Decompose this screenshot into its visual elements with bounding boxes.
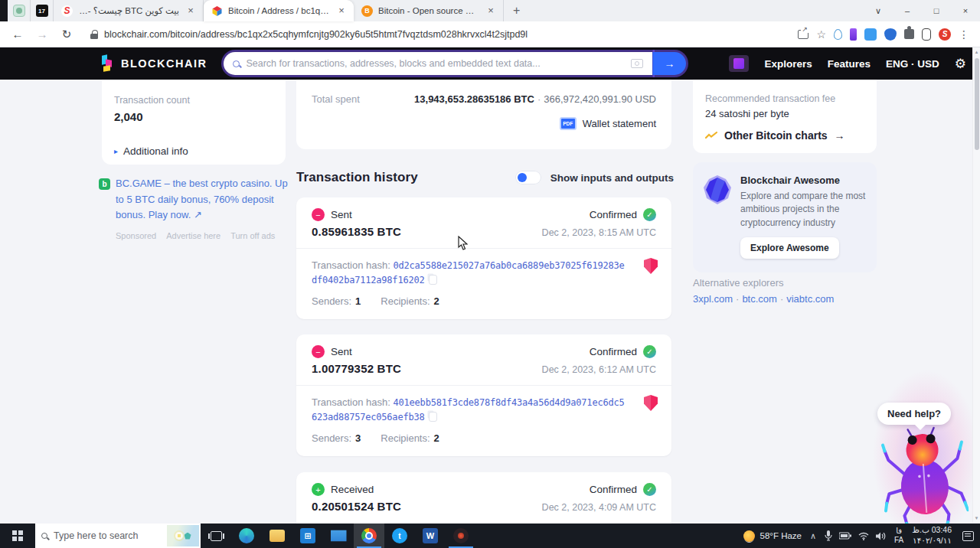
extension-frame-icon[interactable] [922,28,931,41]
battery-icon[interactable] [839,532,851,540]
extension-purple-icon[interactable] [850,28,857,41]
alt-link-viabtc[interactable]: viabtc.com [786,293,834,305]
back-button[interactable]: ← [8,28,28,41]
beetle-mascot[interactable] [878,422,969,524]
language-indicator[interactable]: فا FA [894,527,903,546]
new-tab-button[interactable]: + [504,4,529,18]
taskbar-twitter[interactable]: t [384,524,415,548]
ad-turnoff-link[interactable]: Turn off ads [230,230,275,243]
alt-link-3xpl[interactable]: 3xpl.com [693,293,733,305]
confirmed-check-icon: ✓ [643,208,656,221]
scroll-up-icon[interactable]: ▲ [973,50,980,54]
additional-info-toggle[interactable]: ▸ Additional info [114,145,188,157]
site-search-bar[interactable] [224,52,652,75]
dot-separator: · [780,293,783,305]
taskbar-media-app[interactable] [446,524,476,548]
tx-count-value: 2,040 [114,110,273,123]
browser-menu-icon[interactable]: ⋮ [959,28,969,41]
lock-icon[interactable] [90,30,98,39]
clock-date: ۱۴۰۲/۰۹/۱۱ [912,536,952,546]
tab-bitcoin-org[interactable]: B Bitcoin - Open source P2P mon × [354,0,504,21]
address-bar[interactable]: blockchair.com/bitcoin/address/bc1qx2x5c… [81,24,793,44]
other-charts-link[interactable]: Other Bitcoin charts → [705,129,864,142]
nav-features[interactable]: Features [828,58,871,70]
blockchair-awesome-card: Blockchair Awesome Explore and compare t… [693,162,877,272]
tab-close-icon[interactable]: × [485,5,497,17]
extension-shield-icon[interactable] [884,28,897,41]
browser-tab-strip: 17 S بیت کوین BTC چیست؟ - آینده بیت × Bi… [0,0,980,21]
camera-icon[interactable] [631,59,643,68]
scrollbar-thumb[interactable] [975,58,979,150]
tray-expand-icon[interactable]: ∧ [810,531,816,541]
wallet-statement-label: Wallet statement [583,118,656,129]
bookmark-star-icon[interactable]: ☆ [816,28,826,41]
pinned-tab-2[interactable]: 17 [31,0,54,21]
taskbar-mail[interactable] [323,524,354,548]
settings-gear-icon[interactable]: ⚙ [955,56,966,72]
need-help-bubble[interactable]: Need help? [877,403,951,425]
window-maximize-button[interactable]: □ [922,0,951,21]
reload-button[interactable]: ↻ [57,28,77,41]
wallet-statement-link[interactable]: PDF Wallet statement [312,117,656,130]
tx-count-label: Transaction count [114,95,273,106]
extension-drop-icon[interactable] [834,29,842,40]
blockchair-logo[interactable]: BLOCKCHAIR [102,55,207,72]
search-highlight-graphic[interactable] [167,525,199,546]
sent-icon: − [312,208,325,221]
url-text[interactable]: blockchair.com/bitcoin/address/bc1qx2x5c… [104,29,528,40]
taskbar-clock[interactable]: 03:46 ب.ظ ۱۴۰۲/۰۹/۱۱ [912,525,952,546]
window-close-button[interactable]: × [951,0,980,21]
task-view-button[interactable] [201,524,231,548]
extension-blue-icon[interactable] [864,28,877,41]
fee-label: Recommended transaction fee [705,93,864,104]
scroll-down-icon[interactable]: ▼ [973,516,980,520]
wifi-icon[interactable] [858,532,869,540]
value-separator: · [537,93,541,105]
tx-hash-label: Transaction hash: [312,259,390,271]
tab-close-icon[interactable]: × [185,5,197,17]
nft-gallery-icon[interactable] [729,55,749,72]
microphone-icon[interactable] [825,530,832,541]
nav-explorers[interactable]: Explorers [764,58,812,70]
extensions-puzzle-icon[interactable] [904,29,914,39]
copy-icon[interactable] [429,275,437,285]
extension-s-icon[interactable]: S [939,28,951,41]
dot-separator: · [736,293,739,305]
tab-search-chevron-icon[interactable]: ∨ [864,0,893,21]
share-icon[interactable] [798,30,808,39]
fee-value: 24 satoshi per byte [705,108,864,119]
taskbar-word[interactable]: W [415,524,446,548]
explore-awesome-button[interactable]: Explore Awesome [740,237,839,259]
mail-icon [331,528,347,544]
tab-close-icon[interactable]: × [335,5,348,17]
taskbar-weather[interactable]: 58°F Haze [743,530,802,542]
action-center-icon[interactable] [962,531,974,541]
ad-link[interactable]: BC.GAME – the best crypto casino. Up to … [116,176,292,223]
taskbar-search[interactable]: Type here to search [35,524,201,548]
taskbar-file-explorer[interactable] [262,524,292,548]
privacy-shield-icon[interactable] [644,258,658,274]
search-submit-button[interactable]: → [652,52,686,75]
privacy-shield-icon[interactable] [644,395,658,411]
copy-icon[interactable] [429,412,437,422]
task-view-icon [211,531,222,541]
taskbar-store[interactable]: ⊞ [292,524,323,548]
taskbar-edge[interactable] [231,524,262,548]
page-scrollbar[interactable]: ▲ ▼ [972,47,980,523]
forward-button[interactable]: → [32,28,52,41]
alt-link-btc[interactable]: btc.com [742,293,777,305]
site-search-input[interactable] [246,58,628,69]
17-app-icon: 17 [36,5,48,17]
window-minimize-button[interactable]: – [893,0,922,21]
ad-advertise-link[interactable]: Advertise here [166,230,220,243]
toggle-knob [518,173,527,182]
start-button[interactable] [0,524,35,548]
show-io-toggle[interactable] [515,171,541,184]
taskbar-chrome[interactable] [354,524,384,548]
pinned-tab-1[interactable] [8,0,31,21]
pdf-icon: PDF [560,117,577,130]
tab-bitcoin-address[interactable]: Bitcoin / Address / bc1qx2x5cq × [204,0,354,21]
speaker-icon[interactable] [876,532,886,540]
tab-persian-article[interactable]: S بیت کوین BTC چیست؟ - آینده بیت × [54,0,204,21]
locale-selector[interactable]: ENG · USD [886,58,939,70]
